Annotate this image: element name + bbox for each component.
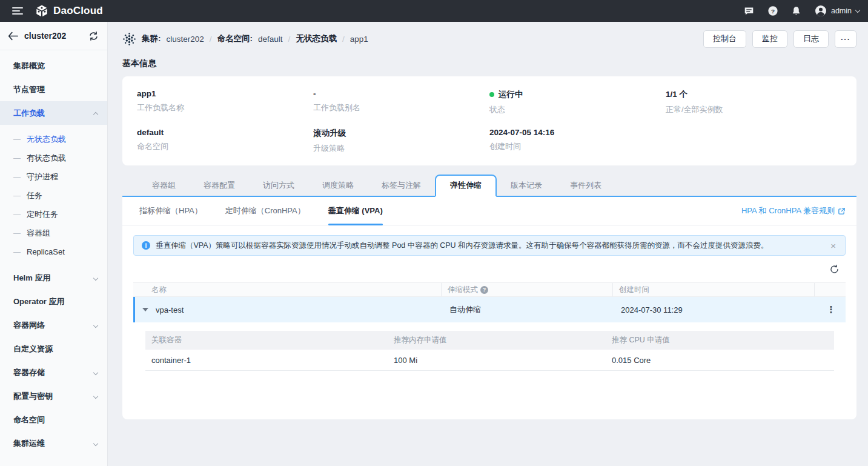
sidebar-item-daemonsets[interactable]: —守护进程 [0, 167, 107, 186]
chevron-down-icon [855, 7, 860, 12]
info-field: 2024-07-05 14:16 创建时间 [489, 128, 666, 154]
mode-help-icon[interactable]: ? [480, 286, 488, 294]
breadcrumb: 集群: cluster202 / 命名空间: default / 无状态负载 /… [122, 32, 368, 46]
breadcrumb-namespace-value[interactable]: default [258, 35, 283, 44]
sidebar-item-workloads[interactable]: 工作负载 [0, 101, 107, 125]
sidebar-item-label: 守护进程 [27, 171, 58, 182]
tab-event-list[interactable]: 事件列表 [556, 176, 615, 196]
sidebar-item-custom-resources[interactable]: 自定义资源 [0, 337, 107, 361]
field-label: 状态 [489, 104, 666, 115]
subtab-vpa[interactable]: 垂直伸缩 (VPA) [328, 197, 383, 225]
daocloud-logo-icon [35, 4, 48, 18]
sidebar-item-label: 命名空间 [13, 414, 98, 425]
kebab-menu-icon[interactable]: ⋮ [823, 304, 840, 315]
sidebar-item-namespaces[interactable]: 命名空间 [0, 408, 107, 431]
external-link-icon [838, 207, 846, 215]
tab-pods[interactable]: 容器组 [138, 176, 190, 196]
status-dot-icon [489, 92, 494, 97]
sidebar-item-pods[interactable]: —容器组 [0, 224, 107, 242]
menu-toggle-icon[interactable] [12, 7, 23, 15]
col-mode: 伸缩模式 ? [442, 283, 613, 296]
breadcrumb-cluster-label: 集群: [142, 33, 161, 44]
user-menu[interactable]: admin [815, 5, 860, 17]
breadcrumb-cluster-value[interactable]: cluster202 [167, 35, 204, 44]
sidebar-item-statefulsets[interactable]: —有状态负载 [0, 148, 107, 167]
instances-value: 1/1 个 [666, 89, 842, 100]
chevron-down-icon [93, 275, 98, 280]
sidebar-item-operator-apps[interactable]: Operator 应用 [0, 290, 107, 313]
info-field: - 工作负载别名 [313, 89, 489, 115]
help-icon[interactable]: ? [767, 5, 778, 16]
tab-scheduling-policy[interactable]: 调度策略 [308, 176, 368, 196]
tab-autoscaling[interactable]: 弹性伸缩 [435, 175, 497, 197]
sidebar-item-jobs[interactable]: —任务 [0, 186, 107, 205]
sidebar-item-label: 任务 [27, 190, 42, 201]
col-created: 创建时间 [613, 283, 815, 296]
col-container: 关联容器 [145, 335, 388, 345]
close-icon[interactable]: × [829, 241, 837, 251]
chevron-down-icon [93, 370, 98, 374]
info-icon: i [142, 241, 150, 250]
col-cpu: 推荐 CPU 申请值 [606, 335, 834, 345]
sidebar-item-deployments[interactable]: —无状态负载 [0, 130, 107, 148]
breadcrumb-workload-type[interactable]: 无状态负载 [296, 33, 337, 44]
info-field: app1 工作负载名称 [137, 89, 313, 115]
field-label: 命名空间 [137, 141, 313, 152]
back-button[interactable] [8, 32, 18, 41]
info-field: 运行中 状态 [489, 89, 666, 115]
sidebar-nav: 集群概览 节点管理 工作负载 —无状态负载 —有状态负载 —守护进程 —任务 —… [0, 50, 107, 455]
console-button[interactable]: 控制台 [703, 30, 746, 48]
notification-bell-icon[interactable] [791, 5, 802, 16]
sidebar-item-label: 容器组 [27, 228, 50, 239]
table-row: container-1 100 Mi 0.015 Core [145, 350, 834, 371]
vpa-created: 2024-07-30 11:29 [615, 305, 817, 315]
sidebar-item-label: 无状态负载 [27, 134, 66, 145]
hpa-cronhpa-compat-link[interactable]: HPA 和 CronHPA 兼容规则 [741, 205, 846, 216]
sidebar-item-container-network[interactable]: 容器网络 [0, 313, 107, 337]
basic-info-title: 基本信息 [122, 58, 856, 69]
monitor-button[interactable]: 监控 [752, 30, 787, 48]
sidebar-item-replicasets[interactable]: —ReplicaSet [0, 242, 107, 261]
message-icon[interactable] [744, 5, 755, 16]
sidebar-item-node-management[interactable]: 节点管理 [0, 78, 107, 101]
info-field: 滚动升级 升级策略 [313, 128, 489, 154]
created-time-value: 2024-07-05 14:16 [489, 128, 666, 137]
subtab-hpa[interactable]: 指标伸缩（HPA） [139, 197, 202, 225]
sidebar-item-container-storage[interactable]: 容器存储 [0, 361, 107, 384]
dash-icon: — [13, 248, 21, 256]
sidebar-item-label: ReplicaSet [27, 247, 65, 256]
field-label: 工作负载别名 [313, 102, 489, 113]
tab-revision-history[interactable]: 版本记录 [497, 176, 556, 196]
col-memory: 推荐内存申请值 [388, 335, 606, 345]
dash-icon: — [13, 229, 21, 238]
vpa-name[interactable]: vpa-test [156, 305, 184, 315]
workload-name-value: app1 [137, 89, 313, 98]
col-actions [815, 283, 846, 296]
table-row[interactable]: vpa-test 自动伸缩 2024-07-30 11:29 ⋮ [133, 297, 846, 322]
sidebar-item-label: 节点管理 [13, 84, 98, 95]
status-text: 运行中 [499, 89, 523, 100]
dash-icon: — [13, 154, 21, 162]
refresh-icon[interactable] [829, 264, 840, 275]
tab-access-method[interactable]: 访问方式 [249, 176, 308, 196]
switch-cluster-icon[interactable] [88, 32, 99, 41]
sidebar-item-label: 集群运维 [13, 438, 94, 449]
sidebar-item-label: 工作负载 [13, 108, 94, 119]
workload-cluster-icon [122, 32, 136, 46]
sidebar-item-cluster-ops[interactable]: 集群运维 [0, 431, 107, 455]
container-recommend-table: 关联容器 推荐内存申请值 推荐 CPU 申请值 container-1 100 … [145, 331, 834, 371]
tab-container-config[interactable]: 容器配置 [190, 176, 249, 196]
sidebar-item-label: 容器网络 [13, 320, 94, 331]
logs-button[interactable]: 日志 [793, 30, 829, 48]
sidebar-item-config-secrets[interactable]: 配置与密钥 [0, 384, 107, 408]
sidebar-item-helm-apps[interactable]: Helm 应用 [0, 266, 107, 290]
brand-name: DaoCloud [53, 5, 103, 17]
tab-labels-annotations[interactable]: 标签与注解 [368, 176, 435, 196]
sidebar-item-cronjobs[interactable]: —定时任务 [0, 205, 107, 224]
subtab-cronhpa[interactable]: 定时伸缩（CronHPA） [225, 197, 305, 225]
breadcrumb-separator: / [210, 35, 212, 44]
brand[interactable]: DaoCloud [35, 4, 103, 18]
expand-caret-icon[interactable] [142, 308, 148, 311]
more-actions-button[interactable]: ··· [835, 30, 856, 48]
sidebar-item-cluster-overview[interactable]: 集群概览 [0, 54, 107, 78]
